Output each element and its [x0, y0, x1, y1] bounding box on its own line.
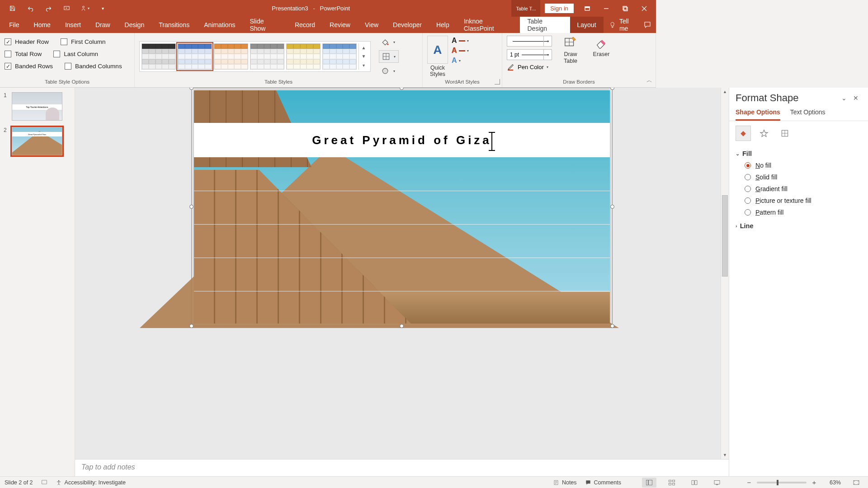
resize-handle[interactable]	[400, 324, 404, 328]
minimize-icon[interactable]	[597, 2, 615, 15]
table-style-thumb[interactable]	[286, 43, 321, 70]
comments-shortcut-icon[interactable]	[638, 17, 656, 33]
save-icon[interactable]	[5, 2, 20, 15]
checkbox-last-column[interactable]: Last Column	[53, 51, 98, 57]
title-bar: ▾ ▾ Presentation3 - PowerPoint Table T..…	[0, 0, 656, 17]
tab-slide-show[interactable]: Slide Show	[242, 17, 288, 33]
tab-review[interactable]: Review	[322, 17, 358, 33]
tab-inknoe-classpoint[interactable]: Inknoe ClassPoint	[457, 17, 520, 33]
shading-button[interactable]: ▾	[379, 37, 399, 47]
group-table-style-options: Header Row First Column Total Row Last C…	[0, 33, 135, 87]
slide-thumb-1[interactable]: 1 Top Tourist Attractions	[4, 92, 71, 121]
gallery-more-icon[interactable]: ▾	[359, 61, 368, 70]
wordart-dialog-launcher[interactable]	[495, 79, 500, 84]
svg-rect-3	[585, 7, 590, 8]
ribbon-display-options-icon[interactable]	[578, 2, 596, 15]
gallery-row-up-icon[interactable]: ▲	[359, 43, 368, 52]
resize-handle[interactable]	[610, 205, 614, 209]
svg-point-9	[387, 43, 388, 45]
tab-layout[interactable]: Layout	[570, 17, 604, 33]
touch-mode-icon[interactable]: ▾	[77, 2, 92, 15]
resize-handle[interactable]	[610, 88, 614, 90]
selection-frame[interactable]	[191, 88, 613, 326]
tab-record[interactable]: Record	[288, 17, 322, 33]
resize-handle[interactable]	[189, 324, 193, 328]
borders-icon	[382, 52, 390, 61]
resize-handle[interactable]	[610, 324, 614, 328]
draw-table-button[interactable]: Draw Table	[558, 36, 583, 65]
table-style-thumb[interactable]	[250, 43, 284, 70]
slide-editor: Great Pyramid of Giza	[75, 88, 656, 369]
tab-design[interactable]: Design	[118, 17, 152, 33]
group-table-styles: ▲▼▾ ▾ ▾ ▾ Table Styles	[135, 33, 423, 87]
app-name: PowerPoint	[320, 5, 350, 12]
draw-table-icon	[564, 36, 577, 49]
tab-help[interactable]: Help	[429, 17, 457, 33]
title-bar-right: Table T... Sign in	[511, 0, 656, 17]
tab-view[interactable]: View	[358, 17, 386, 33]
pen-color-button[interactable]: Pen Color ▾	[507, 63, 552, 71]
slide-thumbnails-pane[interactable]: 1 Top Tourist Attractions 2 Great Pyrami…	[0, 88, 75, 369]
group-label: Table Style Options	[5, 77, 130, 87]
paint-bucket-icon	[381, 38, 390, 47]
window-title: Presentation3 - PowerPoint	[110, 5, 511, 12]
eraser-button[interactable]: Eraser	[589, 36, 613, 58]
sign-in-button[interactable]: Sign in	[545, 4, 574, 13]
start-from-beginning-icon[interactable]	[59, 2, 74, 15]
checkbox-first-column[interactable]: First Column	[61, 38, 106, 45]
resize-handle[interactable]	[189, 88, 193, 90]
collapse-ribbon-icon[interactable]: ︿	[646, 76, 652, 84]
canvas[interactable]: Great Pyramid of Giza	[75, 88, 656, 369]
table-style-thumb[interactable]	[142, 43, 176, 70]
group-label: WordArt Styles	[427, 77, 497, 87]
svg-rect-5	[623, 6, 627, 10]
customize-qat-icon[interactable]: ▾	[95, 2, 110, 15]
table-style-thumb[interactable]	[214, 43, 248, 70]
table-style-thumb[interactable]	[178, 43, 212, 70]
undo-icon[interactable]	[23, 2, 38, 15]
checkbox-total-row[interactable]: Total Row	[5, 51, 42, 57]
quick-access-toolbar: ▾ ▾	[0, 2, 110, 15]
quick-styles-label: Quick Styles	[430, 65, 445, 77]
effects-button[interactable]: ▾	[379, 66, 399, 76]
tell-me[interactable]: Tell me	[609, 17, 639, 33]
text-effects-button[interactable]: A▾	[452, 56, 469, 65]
maximize-icon[interactable]	[616, 2, 634, 15]
table-styles-gallery[interactable]: ▲▼▾	[139, 41, 371, 72]
pen-weight-dropdown[interactable]: 1 pt▾	[507, 49, 552, 60]
resize-handle[interactable]	[189, 205, 193, 209]
redo-icon[interactable]	[41, 2, 56, 15]
effects-icon	[381, 66, 390, 75]
gallery-row-down-icon[interactable]: ▼	[359, 52, 368, 61]
pen-icon	[507, 63, 515, 71]
svg-point-14	[382, 68, 388, 74]
contextual-tab-label: Table T...	[511, 0, 540, 17]
tab-file[interactable]: File	[2, 17, 27, 33]
svg-point-1	[82, 6, 84, 8]
ribbon-tabs: File Home Insert Draw Design Transitions…	[0, 17, 656, 33]
resize-handle[interactable]	[400, 88, 404, 90]
tab-draw[interactable]: Draw	[88, 17, 118, 33]
svg-rect-15	[508, 70, 513, 70]
text-outline-button[interactable]: A▾	[452, 47, 469, 55]
borders-button[interactable]: ▾	[379, 50, 399, 63]
document-name: Presentation3	[272, 5, 308, 12]
main-area: 1 Top Tourist Attractions 2 Great Pyrami…	[0, 88, 656, 369]
text-fill-button[interactable]: A▾	[452, 37, 469, 45]
tab-insert[interactable]: Insert	[58, 17, 88, 33]
lightbulb-icon	[609, 21, 616, 28]
checkbox-banded-columns[interactable]: Banded Columns	[65, 63, 122, 70]
tab-animations[interactable]: Animations	[197, 17, 242, 33]
checkbox-banded-rows[interactable]: Banded Rows	[5, 63, 53, 70]
group-label: Table Styles	[139, 77, 418, 87]
tab-table-design[interactable]: Table Design	[520, 17, 570, 33]
quick-styles-button[interactable]: A	[427, 36, 448, 64]
table-style-thumb[interactable]	[322, 43, 357, 70]
tab-developer[interactable]: Developer	[386, 17, 429, 33]
tab-home[interactable]: Home	[27, 17, 58, 33]
checkbox-header-row[interactable]: Header Row	[5, 38, 49, 45]
tab-transitions[interactable]: Transitions	[151, 17, 197, 33]
close-icon[interactable]	[635, 2, 653, 15]
slide-thumb-2[interactable]: 2 Great Pyramid of Giza	[4, 127, 71, 155]
pen-style-dropdown[interactable]: ▾	[507, 36, 552, 47]
